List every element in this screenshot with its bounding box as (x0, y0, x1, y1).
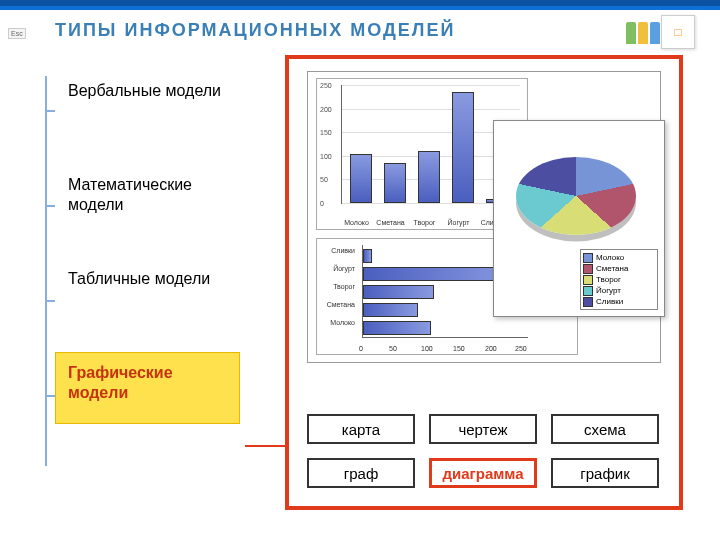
hbar (363, 321, 431, 335)
pie-legend: Молоко Сметана Творог Йогурт Сливки (580, 249, 658, 310)
ytick: 50 (320, 176, 328, 183)
legend-label: Сметана (596, 264, 628, 273)
sidebar-item-graphic[interactable]: Графические модели (55, 352, 255, 430)
sidebar-item-verbal[interactable]: Вербальные модели (55, 70, 255, 148)
hbar (363, 249, 372, 263)
btn-graf[interactable]: граф (307, 458, 415, 488)
main-panel: 250 200 150 100 50 0 Молоко Сметана Твор… (285, 55, 683, 510)
ytick: Молоко (313, 319, 355, 326)
bar (384, 163, 406, 203)
connector-vertical (45, 76, 47, 466)
xtick: 200 (485, 345, 497, 352)
pie-body (516, 157, 636, 235)
xtick: 150 (453, 345, 465, 352)
legend-label: Творог (596, 275, 621, 284)
bar (350, 154, 372, 203)
esc-key-icon: Esc (8, 28, 26, 39)
xtick: 50 (389, 345, 397, 352)
legend-label: Йогурт (596, 286, 621, 295)
sidebar-item-label: Вербальные модели (55, 70, 240, 142)
page-title: ТИПЫ ИНФОРМАЦИОННЫХ МОДЕЛЕЙ (55, 20, 455, 41)
bar (418, 151, 440, 203)
sidebar-item-table[interactable]: Табличные модели (55, 258, 255, 336)
sidebar-item-label: Графические модели (55, 352, 240, 424)
btn-chertezh[interactable]: чертеж (429, 414, 537, 444)
xtick: Сметана (373, 219, 408, 226)
xtick: 250 (515, 345, 527, 352)
chart-area: 250 200 150 100 50 0 Молоко Сметана Твор… (307, 71, 661, 363)
sidebar-item-label: Табличные модели (55, 258, 240, 330)
xtick: Молоко (339, 219, 374, 226)
xtick: Творог (407, 219, 442, 226)
ytick: 100 (320, 153, 332, 160)
ytick: Сметана (313, 301, 355, 308)
btn-karta[interactable]: карта (307, 414, 415, 444)
ytick: 0 (320, 200, 324, 207)
legend-label: Молоко (596, 253, 624, 262)
xtick: 100 (421, 345, 433, 352)
xtick: 0 (359, 345, 363, 352)
hbar (363, 285, 434, 299)
ytick: 250 (320, 82, 332, 89)
ytick: Сливки (313, 247, 355, 254)
sidebar-item-math[interactable]: Математические модели (55, 164, 255, 242)
ytick: Творог (313, 283, 355, 290)
legend-label: Сливки (596, 297, 623, 306)
ytick: Йогурт (313, 265, 355, 272)
ytick: 200 (320, 106, 332, 113)
btn-schema[interactable]: схема (551, 414, 659, 444)
bar (452, 92, 474, 203)
btn-diagramma[interactable]: диаграмма (429, 458, 537, 488)
connector-to-panel (245, 445, 289, 447)
xtick: Йогурт (441, 219, 476, 226)
pie-chart: Молоко Сметана Творог Йогурт Сливки (493, 120, 665, 317)
btn-grafik[interactable]: график (551, 458, 659, 488)
sidebar-item-label: Математические модели (55, 164, 240, 236)
top-border-inner (0, 6, 720, 10)
ytick: 150 (320, 129, 332, 136)
button-grid: карта чертеж схема граф диаграмма график (307, 414, 661, 488)
slide: Esc ТИПЫ ИНФОРМАЦИОННЫХ МОДЕЛЕЙ □ Вербал… (0, 0, 720, 540)
hbar (363, 303, 418, 317)
sidebar: Вербальные модели Математические модели … (55, 70, 255, 446)
corner-menu-button[interactable]: □ (661, 15, 695, 49)
tab-decoration (626, 22, 660, 44)
